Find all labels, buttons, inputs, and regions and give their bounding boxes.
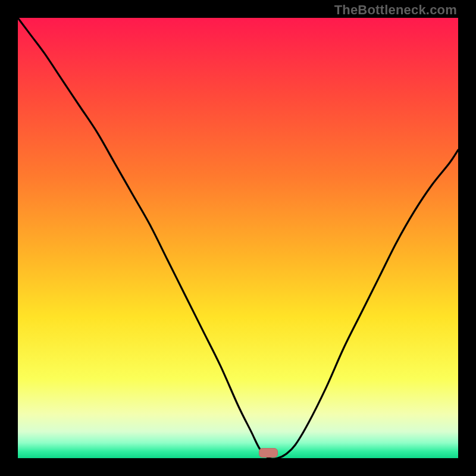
bottleneck-curve — [18, 18, 458, 458]
watermark-text: TheBottleneck.com — [334, 2, 457, 18]
plot-area — [18, 18, 458, 458]
chart-frame: TheBottleneck.com — [0, 0, 476, 476]
